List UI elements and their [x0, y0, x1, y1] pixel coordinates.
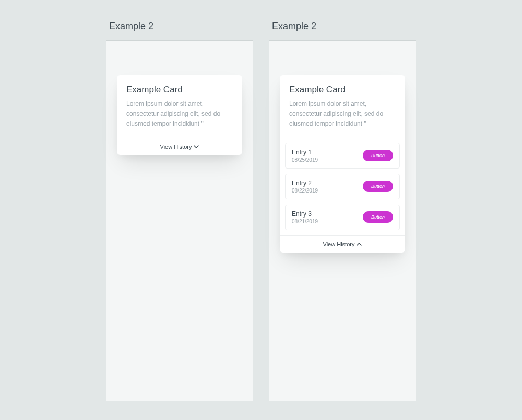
- entry-date: 08/22/2019: [292, 188, 318, 194]
- entry-action-button[interactable]: Button: [363, 150, 393, 161]
- history-entry: Entry 1 08/25/2019 Button: [285, 143, 400, 169]
- chevron-down-icon: [194, 144, 199, 149]
- entry-action-button[interactable]: Button: [363, 211, 393, 223]
- example-card-collapsed: Example Card Lorem ipsum dolor sit amet,…: [117, 75, 242, 155]
- entry-text: Entry 1 08/25/2019: [292, 149, 318, 163]
- example-label-left: Example 2: [106, 21, 153, 32]
- example-column-left: Example 2 Example Card Lorem ipsum dolor…: [106, 21, 253, 401]
- entry-date: 08/25/2019: [292, 157, 318, 163]
- card-title: Example Card: [289, 85, 396, 95]
- card-description: Lorem ipsum dolor sit amet, consectetur …: [126, 99, 233, 129]
- entry-title: Entry 3: [292, 210, 318, 218]
- example-label-right: Example 2: [269, 21, 316, 32]
- view-history-toggle[interactable]: View History: [117, 138, 242, 155]
- phone-frame-left: Example Card Lorem ipsum dolor sit amet,…: [106, 40, 253, 401]
- example-card-expanded: Example Card Lorem ipsum dolor sit amet,…: [280, 75, 405, 253]
- entry-title: Entry 2: [292, 179, 318, 187]
- card-body: Example Card Lorem ipsum dolor sit amet,…: [280, 75, 405, 138]
- phone-frame-right: Example Card Lorem ipsum dolor sit amet,…: [269, 40, 416, 401]
- history-list: Entry 1 08/25/2019 Button Entry 2 08/22/…: [280, 138, 405, 230]
- card-description: Lorem ipsum dolor sit amet, consectetur …: [289, 99, 396, 129]
- entry-text: Entry 3 08/21/2019: [292, 210, 318, 224]
- view-history-label: View History: [323, 241, 355, 247]
- entry-date: 08/21/2019: [292, 219, 318, 224]
- history-entry: Entry 2 08/22/2019 Button: [285, 174, 400, 199]
- card-title: Example Card: [126, 85, 233, 95]
- view-history-label: View History: [160, 143, 192, 150]
- history-entry: Entry 3 08/21/2019 Button: [285, 205, 400, 230]
- chevron-up-icon: [357, 242, 362, 247]
- entry-action-button[interactable]: Button: [363, 181, 393, 192]
- card-body: Example Card Lorem ipsum dolor sit amet,…: [117, 75, 242, 138]
- entry-title: Entry 1: [292, 149, 318, 156]
- view-history-toggle[interactable]: View History: [280, 235, 405, 253]
- example-column-right: Example 2 Example Card Lorem ipsum dolor…: [269, 21, 416, 401]
- entry-text: Entry 2 08/22/2019: [292, 179, 318, 194]
